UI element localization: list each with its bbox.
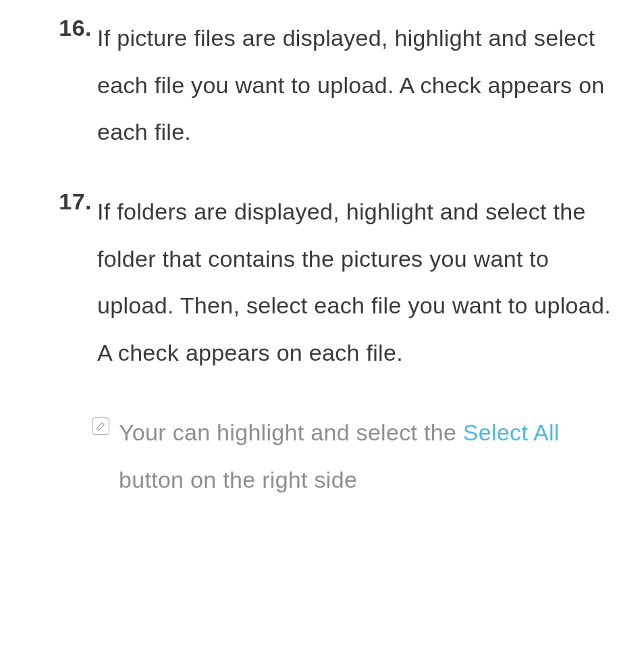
note-prefix: Your can highlight and select the <box>119 420 463 445</box>
list-item: 16. If picture files are displayed, high… <box>57 15 617 156</box>
note-suffix: button on the right side <box>119 467 357 492</box>
list-item: 17. If folders are displayed, highlight … <box>57 188 617 377</box>
item-text: If folders are displayed, highlight and … <box>97 188 617 377</box>
item-text: If picture files are displayed, highligh… <box>97 15 617 156</box>
item-number: 17. <box>57 188 92 377</box>
note-text: Your can highlight and select the Select… <box>119 409 617 503</box>
note-block: Your can highlight and select the Select… <box>57 409 617 503</box>
item-number: 16. <box>57 15 92 156</box>
note-highlight: Select All <box>463 420 560 445</box>
pencil-note-icon <box>92 417 109 435</box>
pencil-icon <box>96 421 106 431</box>
